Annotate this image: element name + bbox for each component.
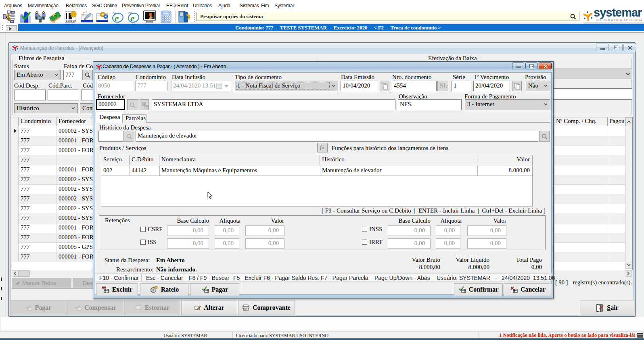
- svg-text:e: e: [130, 13, 135, 23]
- svg-text:e: e: [115, 13, 119, 23]
- svg-text:$: $: [6, 13, 10, 22]
- svg-text:>_: >_: [145, 13, 148, 15]
- svg-text:100100: 100100: [66, 19, 76, 23]
